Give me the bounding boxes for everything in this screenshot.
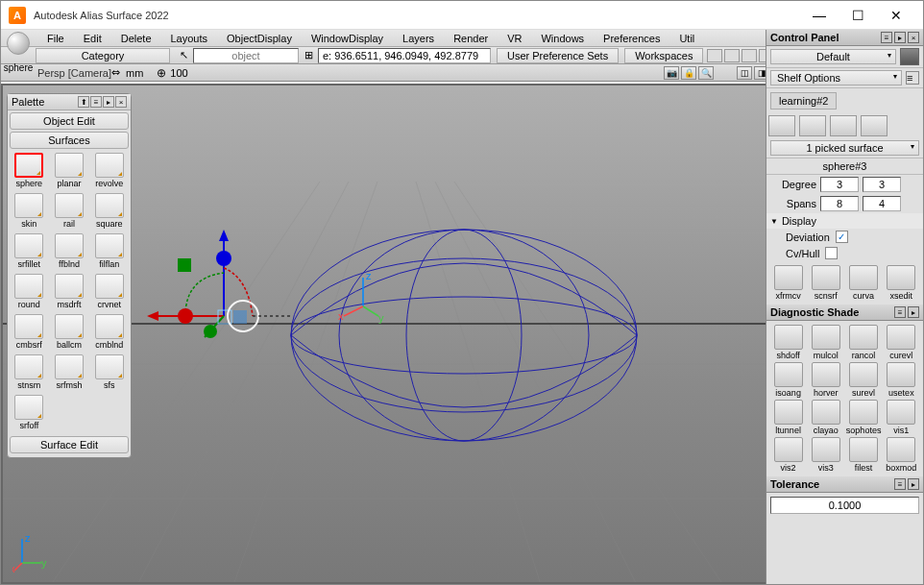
menu-edit[interactable]: Edit	[74, 31, 111, 46]
palette-tool-crvnet[interactable]: crvnet	[89, 272, 129, 311]
menu-delete[interactable]: Delete	[111, 31, 161, 46]
palette-expand-icon[interactable]: ▸	[103, 96, 114, 108]
picked-surface-dropdown[interactable]: 1 picked surface	[770, 140, 919, 156]
palette-close-icon[interactable]: ×	[115, 96, 127, 108]
search-icon[interactable]: 🔍	[698, 66, 714, 80]
tol-expand-icon[interactable]: ▸	[908, 478, 919, 490]
palette-tool-cmbsrf[interactable]: cmbsrf	[10, 312, 49, 352]
menu-file[interactable]: File	[37, 31, 74, 46]
display-section[interactable]: Display	[766, 213, 923, 229]
close-button[interactable]: ✕	[877, 4, 915, 27]
shelf-icon-4[interactable]	[861, 115, 888, 136]
workspace-icon-1[interactable]	[707, 49, 722, 62]
diag-opts-icon[interactable]: ≡	[894, 306, 906, 318]
eval-tool-xfrmcv[interactable]: xfrmcv	[770, 265, 806, 301]
menu-layers[interactable]: Layers	[393, 31, 444, 46]
palette-tool-sfs[interactable]: sfs	[89, 353, 129, 392]
object-name-field[interactable]	[193, 48, 299, 63]
diag-tool-surevl[interactable]: surevl	[846, 362, 882, 398]
panel-expand-icon[interactable]: ▸	[894, 32, 906, 43]
diag-tool-ltunnel[interactable]: ltunnel	[770, 400, 806, 435]
menu-utilities[interactable]: Util	[669, 31, 704, 46]
panel-opts-icon[interactable]: ≡	[881, 32, 892, 43]
diag-tool-filest[interactable]: filest	[846, 437, 882, 473]
default-dropdown[interactable]: Default	[770, 49, 896, 64]
menu-preferences[interactable]: Preferences	[594, 31, 669, 46]
cvhull-checkbox[interactable]	[825, 247, 838, 259]
shelf-icon-3[interactable]	[830, 115, 857, 136]
menu-windows[interactable]: Windows	[531, 31, 594, 46]
diag-tool-shdoff[interactable]: shdoff	[770, 325, 806, 360]
surfaces-section[interactable]: Surfaces	[10, 132, 129, 149]
maximize-button[interactable]: ☐	[839, 4, 877, 27]
tol-opts-icon[interactable]: ≡	[894, 478, 906, 490]
scale-value[interactable]: 100	[170, 67, 187, 79]
palette-tool-filflan[interactable]: filflan	[89, 232, 129, 271]
deviation-checkbox[interactable]	[836, 231, 848, 243]
diag-tool-clayao[interactable]: clayao	[808, 400, 843, 435]
eval-tool-scnsrf[interactable]: scnsrf	[808, 265, 843, 301]
diag-tool-vis2[interactable]: vis2	[770, 437, 806, 473]
menu-layouts[interactable]: Layouts	[161, 31, 218, 46]
diag-tool-vis3[interactable]: vis3	[808, 437, 843, 473]
lock-icon[interactable]: 🔒	[681, 66, 696, 80]
camera-label[interactable]: Persp [Camera]	[37, 67, 111, 79]
menu-windowdisplay[interactable]: WindowDisplay	[302, 31, 393, 46]
shelf-icon-1[interactable]	[768, 115, 795, 136]
category-dropdown[interactable]: Category	[36, 48, 170, 63]
degree-u-field[interactable]	[820, 177, 859, 192]
surface-edit-section[interactable]: Surface Edit	[10, 436, 129, 453]
workspaces-button[interactable]: Workspaces	[624, 48, 703, 63]
degree-v-field[interactable]	[863, 177, 901, 192]
material-swatch-icon[interactable]	[900, 48, 919, 65]
diag-tool-curevl[interactable]: curevl	[884, 325, 919, 360]
menu-vr[interactable]: VR	[498, 31, 531, 46]
axis-widget[interactable]: z y x	[12, 534, 51, 573]
diag-tool-usetex[interactable]: usetex	[884, 362, 919, 398]
palette-tool-srfmsh[interactable]: srfmsh	[50, 353, 89, 392]
user-preference-sets-button[interactable]: User Preference Sets	[497, 48, 619, 63]
menu-objectdisplay[interactable]: ObjectDisplay	[217, 31, 302, 46]
palette-tool-srfoff[interactable]: srfoff	[10, 393, 49, 432]
spans-v-field[interactable]	[863, 196, 901, 211]
palette-tool-sphere[interactable]: sphere	[10, 151, 49, 190]
palette-pin-icon[interactable]: ⬆	[78, 96, 89, 108]
diag-expand-icon[interactable]: ▸	[908, 306, 919, 318]
shelf-options-dropdown[interactable]: Shelf Options	[770, 70, 902, 85]
learning-tab[interactable]: learning#2	[770, 92, 837, 110]
palette-tool-rail[interactable]: rail	[50, 191, 89, 231]
coordinates-field[interactable]: e: 936.6511, 946.0949, 492.8779	[318, 48, 491, 63]
palette-tool-skin[interactable]: skin	[10, 191, 49, 231]
shelf-opts-icon[interactable]: ≡	[906, 71, 919, 85]
palette-tool-srfillet[interactable]: srfillet	[10, 232, 49, 271]
diag-tool-isoang[interactable]: isoang	[770, 362, 806, 398]
spans-u-field[interactable]	[820, 196, 859, 211]
palette-tool-planar[interactable]: planar	[50, 151, 89, 190]
diag-tool-horver[interactable]: horver	[808, 362, 843, 398]
palette-tool-square[interactable]: square	[89, 191, 129, 231]
palette-tool-stnsm[interactable]: stnsm	[10, 353, 49, 392]
diag-tool-sophotes[interactable]: sophotes	[846, 400, 882, 435]
minimize-button[interactable]: —	[800, 4, 839, 27]
palette-tool-msdrft[interactable]: msdrft	[50, 272, 89, 311]
palette-tool-ffblnd[interactable]: ffblnd	[50, 232, 89, 271]
workspace-icon-3[interactable]	[742, 49, 757, 62]
palette-opts-icon[interactable]: ≡	[90, 96, 102, 108]
eval-tool-curva[interactable]: curva	[846, 265, 882, 301]
palette-tool-revolve[interactable]: revolve	[89, 151, 129, 190]
tolerance-field[interactable]	[770, 497, 919, 514]
coord-mode-icon[interactable]: ⊞	[299, 49, 318, 61]
camera-icon[interactable]: 📷	[664, 66, 679, 80]
workspace-icon-2[interactable]	[724, 49, 740, 62]
diag-tool-vis1[interactable]: vis1	[884, 400, 919, 435]
shelf-icon-2[interactable]	[799, 115, 826, 136]
eval-tool-xsedit[interactable]: xsedit	[884, 265, 919, 301]
display-icon-1[interactable]: ◫	[737, 66, 752, 80]
menu-render[interactable]: Render	[444, 31, 498, 46]
palette-tool-round[interactable]: round	[10, 272, 49, 311]
diag-tool-mulcol[interactable]: mulcol	[808, 325, 843, 360]
diag-tool-boxmod[interactable]: boxmod	[884, 437, 919, 473]
palette-tool-ballcm[interactable]: ballcm	[50, 312, 89, 352]
panel-close-icon[interactable]: ×	[908, 32, 919, 43]
diag-tool-rancol[interactable]: rancol	[846, 325, 882, 360]
